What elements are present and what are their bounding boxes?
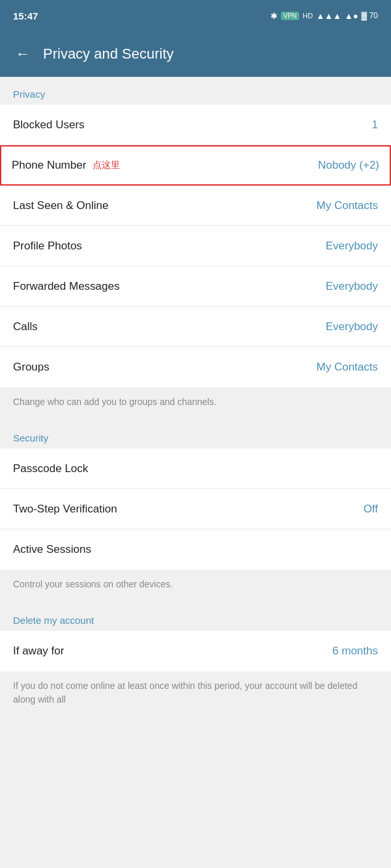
delete-account-section-label: Delete my account xyxy=(0,603,391,631)
if-away-for-item[interactable]: If away for 6 months xyxy=(0,631,391,671)
passcode-lock-item[interactable]: Passcode Lock xyxy=(0,449,391,489)
security-section-label: Security xyxy=(0,421,391,449)
forwarded-messages-value: Everybody xyxy=(326,280,378,293)
delete-account-description: If you do not come online at least once … xyxy=(0,671,391,718)
if-away-for-value: 6 months xyxy=(332,645,378,658)
two-step-item[interactable]: Two-Step Verification Off xyxy=(0,489,391,529)
status-time: 15:47 xyxy=(13,10,38,21)
blocked-users-value: 1 xyxy=(372,119,378,132)
calls-value: Everybody xyxy=(326,320,378,333)
privacy-section-label: Privacy xyxy=(0,77,391,105)
groups-value: My Contacts xyxy=(317,361,378,374)
page-title: Privacy and Security xyxy=(43,46,174,63)
calls-item[interactable]: Calls Everybody xyxy=(0,307,391,347)
back-button[interactable]: ← xyxy=(13,43,33,65)
groups-label: Groups xyxy=(13,361,50,374)
if-away-for-label: If away for xyxy=(13,645,64,658)
battery-icon: ▓ 70 xyxy=(362,11,378,20)
sessions-description: Control your sessions on other devices. xyxy=(0,570,391,603)
phone-number-value: Nobody (+2) xyxy=(318,159,379,172)
groups-description: Change who can add you to groups and cha… xyxy=(0,387,391,421)
calls-label: Calls xyxy=(13,320,38,333)
two-step-value: Off xyxy=(364,503,378,516)
blocked-users-label: Blocked Users xyxy=(13,119,85,132)
passcode-lock-label: Passcode Lock xyxy=(13,462,88,475)
profile-photos-label: Profile Photos xyxy=(13,240,82,253)
two-step-label: Two-Step Verification xyxy=(13,503,117,516)
status-icons: ✱ VPN HD ▲▲▲ ▲● ▓ 70 xyxy=(270,11,378,21)
last-seen-label: Last Seen & Online xyxy=(13,199,108,212)
forwarded-messages-item[interactable]: Forwarded Messages Everybody xyxy=(0,266,391,307)
last-seen-value: My Contacts xyxy=(317,199,378,212)
bluetooth-icon: ✱ xyxy=(270,11,278,21)
phone-number-item[interactable]: Phone Number 点这里 Nobody (+2) xyxy=(0,145,391,186)
hd-badge: HD xyxy=(302,12,313,20)
last-seen-item[interactable]: Last Seen & Online My Contacts xyxy=(0,186,391,226)
profile-photos-item[interactable]: Profile Photos Everybody xyxy=(0,226,391,266)
privacy-settings-list: Blocked Users 1 Phone Number 点这里 Nobody … xyxy=(0,105,391,387)
forwarded-messages-label: Forwarded Messages xyxy=(13,280,119,293)
active-sessions-item[interactable]: Active Sessions xyxy=(0,529,391,570)
active-sessions-label: Active Sessions xyxy=(13,543,91,556)
vpn-badge: VPN xyxy=(281,12,300,20)
security-settings-list: Passcode Lock Two-Step Verification Off … xyxy=(0,449,391,570)
wifi-icon: ▲● xyxy=(345,11,358,21)
blocked-users-item[interactable]: Blocked Users 1 xyxy=(0,105,391,145)
delete-account-settings-list: If away for 6 months xyxy=(0,631,391,671)
app-header: ← Privacy and Security xyxy=(0,31,391,77)
phone-number-left: Phone Number 点这里 xyxy=(12,159,120,172)
signal-icon: ▲▲▲ xyxy=(316,11,341,21)
groups-item[interactable]: Groups My Contacts xyxy=(0,347,391,387)
phone-number-label: Phone Number xyxy=(12,159,86,172)
phone-hint: 点这里 xyxy=(93,160,120,171)
status-bar: 15:47 ✱ VPN HD ▲▲▲ ▲● ▓ 70 xyxy=(0,0,391,31)
content-area: Privacy Blocked Users 1 Phone Number 点这里… xyxy=(0,77,391,718)
profile-photos-value: Everybody xyxy=(326,240,378,253)
